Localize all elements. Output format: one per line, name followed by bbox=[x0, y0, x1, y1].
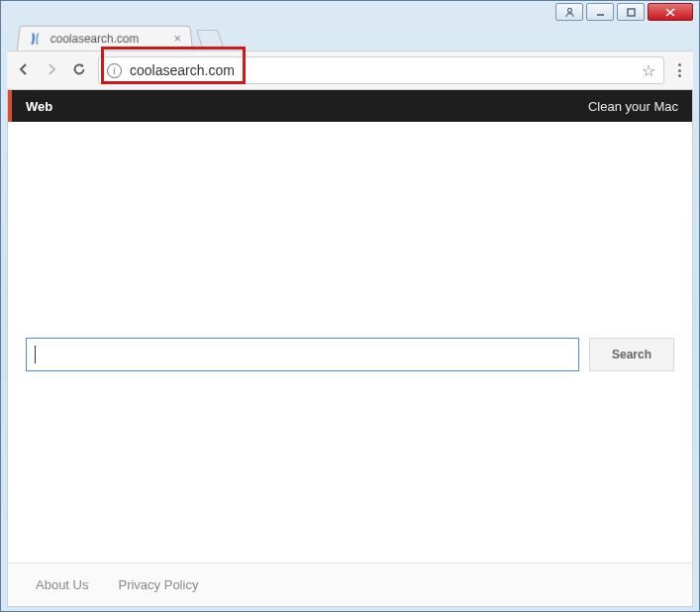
site-info-icon[interactable]: i bbox=[107, 63, 122, 78]
search-button-label: Search bbox=[612, 348, 651, 361]
tab-close-icon[interactable]: × bbox=[173, 32, 182, 47]
topbar-web-label[interactable]: Web bbox=[26, 99, 52, 114]
maximize-button[interactable] bbox=[617, 3, 645, 21]
browser-window: coolasearch.com × i coolasearch.com ☆ We… bbox=[0, 0, 700, 612]
reload-button[interactable] bbox=[70, 61, 88, 80]
footer-link-privacy[interactable]: Privacy Policy bbox=[118, 577, 198, 592]
svg-point-0 bbox=[567, 8, 571, 12]
minimize-button[interactable] bbox=[586, 3, 614, 21]
url-text: coolasearch.com bbox=[130, 62, 235, 78]
tab-title: coolasearch.com bbox=[50, 32, 139, 46]
text-cursor-icon bbox=[35, 346, 36, 363]
bookmark-star-icon[interactable]: ☆ bbox=[642, 61, 655, 80]
window-titlebar bbox=[1, 1, 699, 23]
tab-strip: coolasearch.com × bbox=[1, 23, 699, 51]
page-footer: About Us Privacy Policy bbox=[8, 562, 692, 606]
back-button[interactable] bbox=[15, 61, 33, 80]
footer-link-about[interactable]: About Us bbox=[36, 577, 88, 592]
page-viewport: Web Clean your Mac Search About Us Priva… bbox=[7, 90, 693, 607]
topbar-clean-mac-link[interactable]: Clean your Mac bbox=[588, 99, 678, 114]
browser-toolbar: i coolasearch.com ☆ bbox=[7, 51, 693, 90]
svg-rect-2 bbox=[628, 9, 635, 16]
browser-tab[interactable]: coolasearch.com × bbox=[17, 26, 193, 51]
tab-favicon-icon bbox=[28, 32, 43, 46]
user-button[interactable] bbox=[555, 3, 583, 21]
search-input[interactable] bbox=[26, 338, 579, 371]
address-bar[interactable]: i coolasearch.com ☆ bbox=[98, 56, 664, 84]
close-button[interactable] bbox=[648, 3, 693, 21]
search-button[interactable]: Search bbox=[589, 338, 674, 371]
browser-menu-button[interactable] bbox=[674, 63, 685, 77]
new-tab-button[interactable] bbox=[196, 30, 224, 48]
page-top-bar: Web Clean your Mac bbox=[8, 90, 692, 122]
search-area: Search bbox=[8, 338, 692, 371]
forward-button[interactable] bbox=[43, 61, 60, 80]
